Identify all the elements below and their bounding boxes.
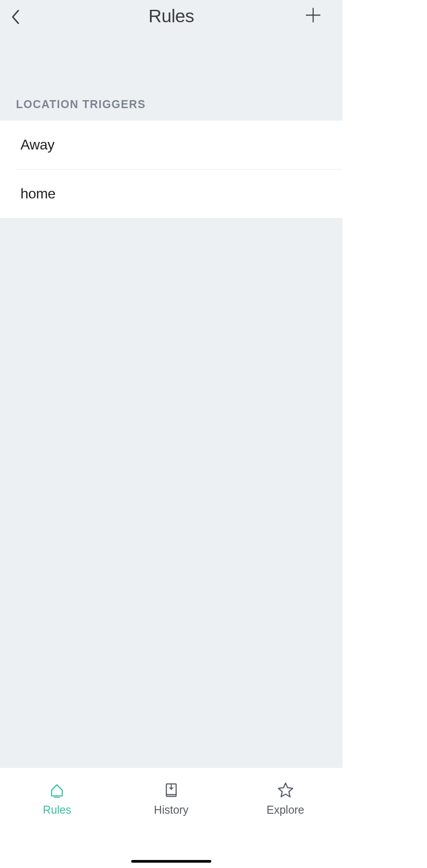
section-header: LOCATION TRIGGERS <box>0 32 342 121</box>
app-screen: Rules LOCATION TRIGGERS Away home Ru <box>0 0 342 868</box>
explore-star-icon <box>276 780 295 800</box>
tab-rules[interactable]: Rules <box>0 780 114 816</box>
section-title: LOCATION TRIGGERS <box>16 98 326 111</box>
home-indicator-area <box>0 832 342 868</box>
add-button[interactable] <box>303 5 323 25</box>
header: Rules <box>0 0 342 32</box>
rules-home-icon <box>47 780 67 800</box>
tab-label: Explore <box>266 803 304 816</box>
tab-label: Rules <box>43 803 71 816</box>
tab-label: History <box>154 803 189 816</box>
plus-icon <box>305 7 322 24</box>
back-button[interactable] <box>6 8 24 26</box>
content-area <box>0 218 342 768</box>
history-book-icon <box>161 780 181 800</box>
rule-item-home[interactable]: home <box>0 170 342 218</box>
tab-history[interactable]: History <box>114 780 229 816</box>
tab-bar: Rules History Explore <box>0 768 342 832</box>
rule-label: Away <box>20 137 54 153</box>
rule-item-away[interactable]: Away <box>0 121 342 169</box>
home-indicator[interactable] <box>131 860 211 863</box>
tab-explore[interactable]: Explore <box>228 780 342 816</box>
rules-list: Away home <box>0 121 342 218</box>
right-whitespace <box>342 0 427 868</box>
chevron-left-icon <box>10 9 20 25</box>
rule-label: home <box>20 186 56 202</box>
page-title: Rules <box>149 6 194 27</box>
